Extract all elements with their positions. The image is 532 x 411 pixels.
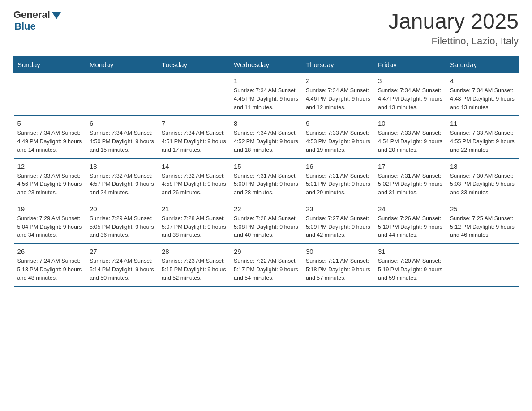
calendar-cell: 25Sunrise: 7:25 AM Sunset: 5:12 PM Dayli… [446,201,519,244]
day-info: Sunrise: 7:31 AM Sunset: 5:01 PM Dayligh… [306,172,370,197]
calendar-cell: 26Sunrise: 7:24 AM Sunset: 5:13 PM Dayli… [14,244,86,286]
day-number: 4 [450,77,515,85]
logo-general-text: General [13,9,50,21]
day-number: 19 [17,205,82,213]
day-info: Sunrise: 7:34 AM Sunset: 4:52 PM Dayligh… [234,129,298,154]
calendar-cell: 3Sunrise: 7:34 AM Sunset: 4:47 PM Daylig… [374,73,446,116]
calendar-header: SundayMondayTuesdayWednesdayThursdayFrid… [14,56,519,73]
calendar-cell: 14Sunrise: 7:32 AM Sunset: 4:58 PM Dayli… [158,158,230,201]
day-info: Sunrise: 7:27 AM Sunset: 5:09 PM Dayligh… [306,214,370,240]
calendar-cell: 23Sunrise: 7:27 AM Sunset: 5:09 PM Dayli… [302,201,374,244]
day-info: Sunrise: 7:21 AM Sunset: 5:18 PM Dayligh… [306,257,370,282]
day-info: Sunrise: 7:31 AM Sunset: 5:00 PM Dayligh… [234,172,298,197]
day-info: Sunrise: 7:23 AM Sunset: 5:15 PM Dayligh… [162,257,226,282]
calendar-cell: 11Sunrise: 7:33 AM Sunset: 4:55 PM Dayli… [446,116,519,158]
day-info: Sunrise: 7:22 AM Sunset: 5:17 PM Dayligh… [234,257,298,282]
day-number: 12 [17,163,82,170]
day-info: Sunrise: 7:33 AM Sunset: 4:55 PM Dayligh… [450,129,515,154]
calendar-cell: 8Sunrise: 7:34 AM Sunset: 4:52 PM Daylig… [230,116,302,158]
logo-arrow-icon [52,12,61,19]
calendar-week-2: 5Sunrise: 7:34 AM Sunset: 4:49 PM Daylig… [14,116,519,158]
calendar-body: 1Sunrise: 7:34 AM Sunset: 4:45 PM Daylig… [14,73,519,287]
calendar-cell: 18Sunrise: 7:30 AM Sunset: 5:03 PM Dayli… [446,158,519,201]
page-header: General Blue January 2025 Filettino, Laz… [13,9,519,47]
day-info: Sunrise: 7:30 AM Sunset: 5:03 PM Dayligh… [450,172,515,197]
day-number: 15 [234,163,298,170]
calendar-cell [446,244,519,286]
calendar-cell [86,73,158,116]
day-number: 8 [234,120,298,127]
day-number: 13 [90,163,154,170]
day-info: Sunrise: 7:24 AM Sunset: 5:13 PM Dayligh… [17,257,82,282]
calendar-cell: 20Sunrise: 7:29 AM Sunset: 5:05 PM Dayli… [86,201,158,244]
calendar-table: SundayMondayTuesdayWednesdayThursdayFrid… [13,56,519,287]
calendar-week-4: 19Sunrise: 7:29 AM Sunset: 5:04 PM Dayli… [14,201,519,244]
calendar-cell: 7Sunrise: 7:34 AM Sunset: 4:51 PM Daylig… [158,116,230,158]
day-info: Sunrise: 7:20 AM Sunset: 5:19 PM Dayligh… [378,257,442,282]
day-info: Sunrise: 7:29 AM Sunset: 5:04 PM Dayligh… [17,214,82,240]
calendar-cell: 31Sunrise: 7:20 AM Sunset: 5:19 PM Dayli… [374,244,446,286]
day-number: 16 [306,163,370,170]
calendar-cell: 15Sunrise: 7:31 AM Sunset: 5:00 PM Dayli… [230,158,302,201]
day-info: Sunrise: 7:34 AM Sunset: 4:49 PM Dayligh… [17,129,82,154]
day-number: 18 [450,163,515,170]
calendar-cell: 28Sunrise: 7:23 AM Sunset: 5:15 PM Dayli… [158,244,230,286]
logo-blue-text: Blue [14,21,36,32]
header-cell-thursday: Thursday [302,56,374,73]
subtitle: Filettino, Lazio, Italy [388,35,519,47]
day-number: 25 [450,205,515,213]
calendar-cell: 10Sunrise: 7:33 AM Sunset: 4:54 PM Dayli… [374,116,446,158]
day-number: 10 [378,120,442,127]
day-number: 20 [90,205,154,213]
calendar-cell: 1Sunrise: 7:34 AM Sunset: 4:45 PM Daylig… [230,73,302,116]
day-number: 28 [162,248,226,255]
day-info: Sunrise: 7:34 AM Sunset: 4:45 PM Dayligh… [234,86,298,111]
day-info: Sunrise: 7:31 AM Sunset: 5:02 PM Dayligh… [378,172,442,197]
day-number: 31 [378,248,442,255]
day-number: 29 [234,248,298,255]
day-info: Sunrise: 7:28 AM Sunset: 5:08 PM Dayligh… [234,214,298,240]
day-number: 30 [306,248,370,255]
day-number: 22 [234,205,298,213]
day-number: 7 [162,120,226,127]
day-number: 26 [17,248,82,255]
day-info: Sunrise: 7:33 AM Sunset: 4:53 PM Dayligh… [306,129,370,154]
calendar-cell: 19Sunrise: 7:29 AM Sunset: 5:04 PM Dayli… [14,201,86,244]
day-info: Sunrise: 7:24 AM Sunset: 5:14 PM Dayligh… [90,257,154,282]
calendar-cell: 30Sunrise: 7:21 AM Sunset: 5:18 PM Dayli… [302,244,374,286]
header-cell-friday: Friday [374,56,446,73]
day-number: 11 [450,120,515,127]
calendar-cell: 27Sunrise: 7:24 AM Sunset: 5:14 PM Dayli… [86,244,158,286]
day-number: 9 [306,120,370,127]
day-number: 17 [378,163,442,170]
day-info: Sunrise: 7:34 AM Sunset: 4:47 PM Dayligh… [378,86,442,111]
day-number: 14 [162,163,226,170]
day-info: Sunrise: 7:34 AM Sunset: 4:48 PM Dayligh… [450,86,515,111]
calendar-cell [14,73,86,116]
calendar-cell [158,73,230,116]
header-cell-saturday: Saturday [446,56,519,73]
calendar-cell: 21Sunrise: 7:28 AM Sunset: 5:07 PM Dayli… [158,201,230,244]
logo: General Blue [13,9,61,32]
day-info: Sunrise: 7:28 AM Sunset: 5:07 PM Dayligh… [162,214,226,240]
day-info: Sunrise: 7:26 AM Sunset: 5:10 PM Dayligh… [378,214,442,240]
calendar-cell: 9Sunrise: 7:33 AM Sunset: 4:53 PM Daylig… [302,116,374,158]
header-cell-sunday: Sunday [14,56,86,73]
day-number: 6 [90,120,154,127]
calendar-cell: 5Sunrise: 7:34 AM Sunset: 4:49 PM Daylig… [14,116,86,158]
day-info: Sunrise: 7:34 AM Sunset: 4:50 PM Dayligh… [90,129,154,154]
header-cell-monday: Monday [86,56,158,73]
day-info: Sunrise: 7:32 AM Sunset: 4:58 PM Dayligh… [162,172,226,197]
day-number: 27 [90,248,154,255]
day-info: Sunrise: 7:29 AM Sunset: 5:05 PM Dayligh… [90,214,154,240]
header-cell-tuesday: Tuesday [158,56,230,73]
day-info: Sunrise: 7:33 AM Sunset: 4:54 PM Dayligh… [378,129,442,154]
day-number: 1 [234,77,298,85]
day-number: 24 [378,205,442,213]
calendar-cell: 4Sunrise: 7:34 AM Sunset: 4:48 PM Daylig… [446,73,519,116]
day-info: Sunrise: 7:32 AM Sunset: 4:57 PM Dayligh… [90,172,154,197]
day-info: Sunrise: 7:34 AM Sunset: 4:46 PM Dayligh… [306,86,370,111]
main-title: January 2025 [388,9,519,34]
header-cell-wednesday: Wednesday [230,56,302,73]
calendar-cell: 29Sunrise: 7:22 AM Sunset: 5:17 PM Dayli… [230,244,302,286]
